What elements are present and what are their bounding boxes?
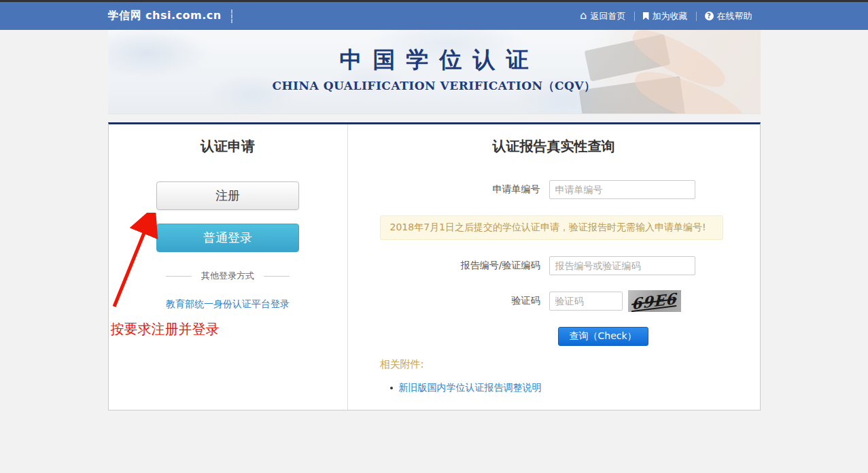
captcha-text: 69E6 — [631, 290, 677, 312]
apply-panel: 认证申请 注册 普通登录 其他登录方式 教育部统一身份认证平台登录 按要求注册并… — [109, 124, 348, 410]
divider-line — [264, 276, 290, 277]
application-number-input[interactable] — [549, 180, 695, 199]
divider-line — [166, 276, 192, 277]
nav-link-home[interactable]: 返回首页 — [572, 10, 633, 22]
captcha-input[interactable] — [549, 292, 623, 311]
page-banner: 中国学位认证 CHINA QUALIFICATION VERIFICATION（… — [108, 30, 761, 114]
login-button[interactable]: 普通登录 — [156, 224, 299, 252]
nav-link-label: 加为收藏 — [653, 10, 688, 22]
home-icon — [580, 11, 587, 21]
check-button[interactable]: 查询（Check） — [558, 327, 648, 346]
nav-link-label: 返回首页 — [591, 10, 626, 22]
notice-message: 2018年7月1日之后提交的学位认证申请，验证报告时无需输入申请单编号! — [380, 215, 723, 240]
other-login-label: 其他登录方式 — [201, 270, 254, 282]
verify-panel: 认证报告真实性查询 申请单编号 2018年7月1日之后提交的学位认证申请，验证报… — [348, 124, 760, 410]
report-number-input[interactable] — [549, 256, 695, 275]
bookmark-icon — [643, 12, 649, 20]
top-navigation-bar: 学信网 chsi.com.cn 返回首页 加为收藏 在线帮助 — [0, 2, 868, 30]
banner-title: 中国学位认证 — [108, 45, 761, 75]
attachment-link[interactable]: 新旧版国内学位认证报告调整说明 — [399, 382, 542, 394]
verify-panel-title: 认证报告真实性查询 — [348, 138, 760, 154]
nav-link-bookmark[interactable]: 加为收藏 — [635, 10, 696, 22]
bullet-icon — [390, 387, 393, 389]
report-number-label: 报告编号/验证编码 — [348, 260, 549, 272]
captcha-image[interactable]: 69E6 — [628, 290, 681, 312]
banner-subtitle: CHINA QUALIFICATION VERIFICATION（CQV） — [108, 78, 761, 94]
nav-link-label: 在线帮助 — [717, 10, 752, 22]
captcha-label: 验证码 — [348, 295, 549, 307]
main-content-box: 认证申请 注册 普通登录 其他登录方式 教育部统一身份认证平台登录 按要求注册并… — [108, 122, 761, 410]
site-logo[interactable]: 学信网 chsi.com.cn — [108, 9, 222, 23]
help-icon — [705, 12, 714, 20]
logo-separator — [231, 10, 232, 23]
apply-panel-title: 认证申请 — [109, 138, 347, 154]
moe-unified-login-link[interactable]: 教育部统一身份认证平台登录 — [166, 298, 290, 311]
register-button[interactable]: 注册 — [156, 181, 299, 210]
application-number-label: 申请单编号 — [348, 183, 549, 196]
annotation-text: 按要求注册并登录 — [111, 320, 220, 338]
nav-link-help[interactable]: 在线帮助 — [697, 10, 761, 22]
attachments-label: 相关附件: — [380, 358, 760, 371]
